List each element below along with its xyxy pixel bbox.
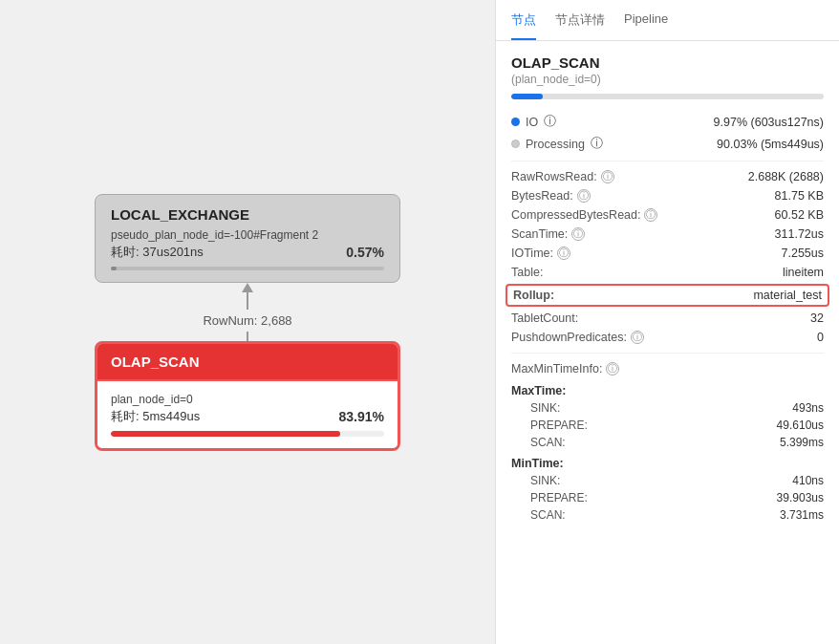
metric-value: material_test [753, 289, 822, 302]
metric-label: Rollup: [513, 289, 554, 302]
metric-label: CompressedBytesRead:ⓘ [511, 208, 657, 222]
rp-progress-fill [511, 94, 543, 99]
metric-label-text: BytesRead: [511, 189, 573, 203]
nested-metric-row: PREPARE:49.610us [511, 417, 824, 434]
tab-node[interactable]: 节点 [511, 0, 536, 40]
nested-label: SINK: [530, 401, 560, 415]
metric-label: PushdownPredicates:ⓘ [511, 331, 644, 344]
metric-label-text: Rollup: [513, 289, 554, 302]
nested-label: SCAN: [530, 508, 566, 522]
olap-progress-bg [111, 431, 384, 437]
metric-label-text: PushdownPredicates: [511, 331, 627, 344]
processing-label: Processing ⓘ [511, 136, 603, 152]
maxtime-children: SINK:493nsPREPARE:49.610usSCAN:5.399ms [511, 399, 824, 451]
maxtime-section: MaxTime: SINK:493nsPREPARE:49.610usSCAN:… [511, 382, 824, 451]
arrow-line-2 [247, 332, 248, 341]
local-exchange-progress-bg [111, 267, 384, 270]
maxmin-info-icon[interactable]: ⓘ [606, 362, 619, 376]
rp-progress-bar [511, 94, 824, 99]
metric-value: 311.72us [775, 227, 824, 241]
local-exchange-title: LOCAL_EXCHANGE [111, 206, 384, 223]
right-panel-node-name: OLAP_SCAN [511, 54, 824, 71]
metric-info-icon[interactable]: ⓘ [557, 247, 570, 260]
right-panel: 节点 节点详情 Pipeline OLAP_SCAN (plan_node_id… [495, 0, 839, 644]
metric-row: CompressedBytesRead:ⓘ60.52 KB [511, 205, 824, 225]
nested-label: SINK: [530, 474, 560, 487]
nested-metric-row: SCAN:3.731ms [511, 506, 824, 524]
metric-row: BytesRead:ⓘ81.75 KB [511, 186, 824, 205]
metric-row: Table:lineitem [511, 263, 824, 282]
mintime-children: SINK:410nsPREPARE:39.903usSCAN:3.731ms [511, 472, 824, 524]
maxmin-section: MaxMinTimeInfo: ⓘ MaxTime: SINK:493nsPRE… [511, 359, 824, 524]
local-exchange-time: 耗时: 37us201ns [111, 244, 204, 261]
arrow-label: RowNum: 2,688 [203, 313, 291, 328]
metric-row: ScanTime:ⓘ311.72us [511, 225, 824, 244]
metric-label: TabletCount: [511, 311, 578, 325]
processing-text: Processing [526, 138, 585, 151]
metric-info-icon[interactable]: ⓘ [644, 208, 657, 222]
maxmin-label: MaxMinTimeInfo: ⓘ [511, 362, 619, 376]
local-exchange-sub: pseudo_plan_node_id=-100#Fragment 2 [111, 228, 384, 242]
processing-time: (5ms449us) [761, 138, 824, 151]
right-content: OLAP_SCAN (plan_node_id=0) IO ⓘ 9.97% (6… [496, 41, 839, 644]
io-row: IO ⓘ 9.97% (603us127ns) [511, 111, 824, 133]
local-exchange-progress-fill [111, 267, 117, 270]
olap-scan-node[interactable]: OLAP_SCAN plan_node_id=0 耗时: 5ms449us 83… [95, 341, 400, 451]
metrics-container: RawRowsRead:ⓘ2.688K (2688)BytesRead:ⓘ81.… [511, 167, 824, 347]
nested-value: 410ns [792, 474, 824, 487]
olap-progress-fill [111, 431, 340, 437]
metric-row: RawRowsRead:ⓘ2.688K (2688) [511, 167, 824, 186]
metric-label-text: CompressedBytesRead: [511, 208, 640, 222]
tab-node-detail[interactable]: 节点详情 [555, 0, 605, 40]
maxmin-header-row: MaxMinTimeInfo: ⓘ [511, 359, 824, 378]
metric-label-text: TabletCount: [511, 311, 578, 325]
io-info-icon[interactable]: ⓘ [544, 114, 556, 130]
processing-row: Processing ⓘ 90.03% (5ms449us) [511, 133, 824, 155]
nested-label: PREPARE: [530, 491, 588, 504]
tabs-bar: 节点 节点详情 Pipeline [496, 0, 839, 41]
nested-value: 3.731ms [780, 508, 824, 522]
nested-metric-row: SCAN:5.399ms [511, 434, 824, 451]
metric-value: 7.255us [782, 247, 824, 260]
io-label: IO ⓘ [511, 114, 556, 130]
metric-label: RawRowsRead:ⓘ [511, 170, 614, 183]
io-text: IO [526, 116, 538, 129]
tab-pipeline[interactable]: Pipeline [624, 0, 668, 40]
arrow-line [247, 290, 248, 310]
metric-row: PushdownPredicates:ⓘ0 [511, 328, 824, 347]
metric-row: IOTime:ⓘ7.255us [511, 244, 824, 263]
local-exchange-node[interactable]: LOCAL_EXCHANGE pseudo_plan_node_id=-100#… [95, 194, 400, 283]
metric-value: 0 [817, 331, 824, 344]
metric-info-icon[interactable]: ⓘ [631, 331, 644, 344]
io-value: 9.97% (603us127ns) [714, 116, 824, 129]
nested-value: 493ns [792, 401, 824, 415]
nested-metric-row: PREPARE:39.903us [511, 489, 824, 506]
metric-info-icon[interactable]: ⓘ [571, 227, 585, 241]
nested-value: 39.903us [777, 491, 824, 504]
nested-metric-row: SINK:493ns [511, 399, 824, 417]
olap-scan-time: 耗时: 5ms449us [111, 408, 200, 425]
processing-dot [511, 140, 520, 148]
divider-1 [511, 161, 824, 161]
arrow-connector: RowNum: 2,688 [203, 283, 291, 341]
nested-value: 5.399ms [780, 436, 824, 449]
metric-info-icon[interactable]: ⓘ [577, 189, 591, 203]
metric-info-icon[interactable]: ⓘ [601, 170, 614, 183]
right-panel-node-id: (plan_node_id=0) [511, 73, 824, 86]
local-exchange-pct: 0.57% [346, 245, 384, 260]
metric-value: lineitem [783, 266, 824, 279]
metric-label: ScanTime:ⓘ [511, 227, 585, 241]
node-container: LOCAL_EXCHANGE pseudo_plan_node_id=-100#… [95, 194, 400, 451]
metric-row: Rollup:material_test [506, 284, 829, 307]
processing-info-icon[interactable]: ⓘ [591, 136, 603, 152]
metric-label: Table: [511, 266, 543, 279]
maxmin-label-text: MaxMinTimeInfo: [511, 362, 602, 376]
olap-scan-pct: 83.91% [339, 409, 384, 424]
metric-label-text: IOTime: [511, 247, 553, 260]
metric-value: 81.75 KB [775, 189, 824, 203]
olap-scan-sub: plan_node_id=0 [111, 393, 384, 406]
metric-value: 60.52 KB [775, 208, 824, 222]
mintime-title: MinTime: [511, 455, 824, 472]
metric-row: TabletCount:32 [511, 309, 824, 328]
olap-scan-body: plan_node_id=0 耗时: 5ms449us 83.91% [97, 379, 398, 448]
